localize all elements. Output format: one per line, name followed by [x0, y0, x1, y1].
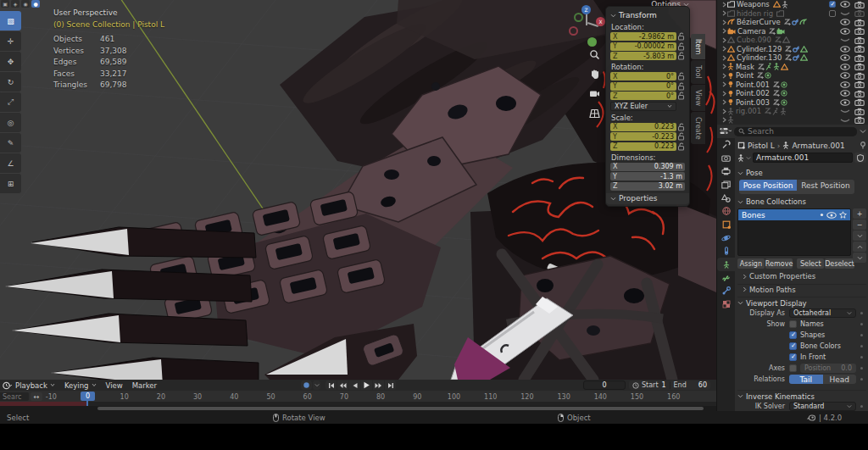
disable-in-renders-icon[interactable]: [854, 9, 865, 17]
properties-tab-scene[interactable]: [717, 192, 735, 205]
disable-in-renders-icon[interactable]: [854, 27, 865, 35]
tool-add-primitive[interactable]: ⊞: [0, 174, 21, 193]
move-collection-up-button[interactable]: [853, 242, 866, 252]
disclosure-triangle[interactable]: [721, 46, 727, 52]
checkbox-in-front[interactable]: [789, 353, 797, 361]
checkbox-shapes[interactable]: [789, 331, 797, 339]
disclosure-triangle[interactable]: [721, 55, 727, 61]
ik-solver-dropdown[interactable]: Standard: [789, 402, 856, 411]
proportional-edit-icon[interactable]: ◉: [21, 0, 30, 8]
location-z-field[interactable]: Z-5.803 m: [610, 52, 676, 60]
pin-icon[interactable]: [860, 142, 866, 149]
disclosure-triangle[interactable]: [721, 64, 727, 69]
location-x-field[interactable]: X-2.9862 m: [610, 32, 676, 41]
play-button[interactable]: [361, 381, 372, 390]
disclosure-triangle[interactable]: [721, 91, 727, 97]
outliner-row-partial[interactable]: [717, 116, 868, 125]
properties-tab-data[interactable]: [717, 258, 735, 271]
outliner-row-point-002[interactable]: Point.002: [717, 89, 868, 98]
decorator-dot[interactable]: [860, 345, 863, 347]
tool-scale[interactable]: ⤢: [0, 92, 21, 112]
outliner-row-point-003[interactable]: Point.003: [717, 98, 868, 108]
lock-toggle[interactable]: [676, 142, 685, 151]
properties-tab-bone-constraint[interactable]: [717, 285, 735, 298]
disable-in-renders-icon[interactable]: [854, 1, 865, 8]
chevron-down-icon[interactable]: [746, 156, 751, 160]
relations-tail[interactable]: Tail: [789, 375, 823, 384]
disable-in-renders-icon[interactable]: [854, 45, 865, 53]
rotation-x-field[interactable]: X0°: [610, 72, 676, 81]
outliner-row-b-ziercurve[interactable]: BézierCurve: [717, 18, 868, 27]
scale-z-field[interactable]: Z0.223: [610, 142, 676, 151]
disable-in-renders-icon[interactable]: [854, 108, 865, 115]
hide-in-viewport-icon[interactable]: [840, 28, 850, 35]
scale-y-field[interactable]: Y-0.223: [610, 132, 676, 141]
fake-user-shield-button[interactable]: [854, 153, 866, 163]
lock-toggle[interactable]: [676, 32, 685, 41]
current-frame-field[interactable]: 0: [583, 381, 626, 390]
inverse-kinematics-header[interactable]: Inverse Kinematics: [737, 390, 866, 400]
dimensions-z-field[interactable]: Z3.02 m: [610, 182, 685, 191]
outliner-row-hidden-rig[interactable]: hidden rig: [717, 9, 868, 19]
gizmo-y-axis[interactable]: [587, 37, 597, 47]
disclosure-triangle[interactable]: [721, 73, 727, 79]
disable-in-renders-icon[interactable]: [854, 81, 865, 88]
checkbox-names[interactable]: [789, 320, 797, 328]
hide-in-viewport-icon[interactable]: [840, 90, 850, 97]
dimensions-y-field[interactable]: Y-1.3 m: [610, 172, 685, 181]
properties-tab-object[interactable]: [717, 218, 735, 231]
disclosure-triangle[interactable]: [721, 28, 727, 34]
properties-tab-bone[interactable]: [717, 271, 735, 285]
hide-in-viewport-icon[interactable]: [840, 46, 850, 53]
disclosure-triangle[interactable]: [721, 2, 727, 8]
timeline-editor-type-icon[interactable]: [3, 381, 12, 390]
tool-cursor[interactable]: ✛: [0, 31, 21, 51]
datablock-name-field[interactable]: Armature.001: [753, 153, 853, 163]
gizmo-y-neg-axis[interactable]: [574, 13, 583, 22]
previous-keyframe-button[interactable]: [337, 381, 348, 390]
assign-button[interactable]: Assign: [737, 258, 765, 269]
rotation-z-field[interactable]: Z0°: [610, 92, 676, 100]
decorator-dot[interactable]: [860, 356, 863, 358]
tool-rotate[interactable]: ↻: [0, 72, 21, 92]
disclosure-triangle[interactable]: [721, 117, 727, 123]
axes-checkbox[interactable]: [789, 364, 797, 372]
disable-in-renders-icon[interactable]: [854, 19, 865, 26]
timeline-menu-view[interactable]: View: [106, 381, 123, 390]
sidebar-tab-tool[interactable]: Tool: [691, 60, 705, 84]
hide-in-viewport-icon[interactable]: [840, 54, 850, 61]
scale-x-field[interactable]: X0.223: [610, 123, 676, 131]
timeline-scrollbar-handle[interactable]: [97, 407, 704, 410]
decorator-dot[interactable]: [860, 334, 863, 336]
properties-search-input[interactable]: Search: [734, 127, 857, 136]
decorator-dot[interactable]: [860, 367, 863, 369]
jump-to-end-button[interactable]: [385, 381, 396, 390]
gizmo-z-axis[interactable]: Z: [581, 5, 591, 14]
next-keyframe-button[interactable]: [373, 381, 384, 390]
motion-paths-header[interactable]: Motion Paths: [737, 284, 866, 294]
location-y-field[interactable]: Y-0.00002 m: [610, 42, 676, 51]
snap-icon[interactable]: ◈: [11, 0, 19, 8]
transform-panel-header[interactable]: Transform: [610, 10, 685, 20]
timeline-ruler[interactable]: -100102030405060708090100110120130140150…: [0, 391, 716, 402]
disclosure-triangle[interactable]: [721, 99, 727, 105]
outliner-row-camera[interactable]: Camera: [717, 27, 868, 36]
outliner-row-cylinder-130[interactable]: Cylinder.130: [717, 53, 868, 63]
breadcrumb-object[interactable]: Pistol L: [748, 142, 775, 150]
display-as-dropdown[interactable]: Octahedral: [789, 308, 856, 318]
timeline-filter-search[interactable]: Searc: [0, 392, 29, 401]
dimensions-x-field[interactable]: X0.309 m: [610, 163, 685, 171]
properties-editor-type-icon[interactable]: [720, 127, 732, 136]
outliner-row-rig-001[interactable]: rig.001: [717, 107, 868, 116]
assign-favorite-icon[interactable]: [839, 211, 847, 219]
properties-tab-physics[interactable]: [717, 231, 735, 245]
select-button[interactable]: Select: [797, 258, 824, 269]
rotation-y-field[interactable]: Y0°: [610, 82, 676, 91]
disable-in-renders-icon[interactable]: [854, 72, 865, 80]
lock-toggle[interactable]: [676, 82, 685, 91]
outliner-row-point[interactable]: Point: [717, 71, 868, 81]
bone-collections-section-header[interactable]: Bone Collections: [737, 197, 866, 207]
add-collection-button[interactable]: +: [853, 208, 866, 219]
lock-toggle[interactable]: [676, 42, 685, 51]
timeline-menu-marker[interactable]: Marker: [132, 381, 157, 390]
